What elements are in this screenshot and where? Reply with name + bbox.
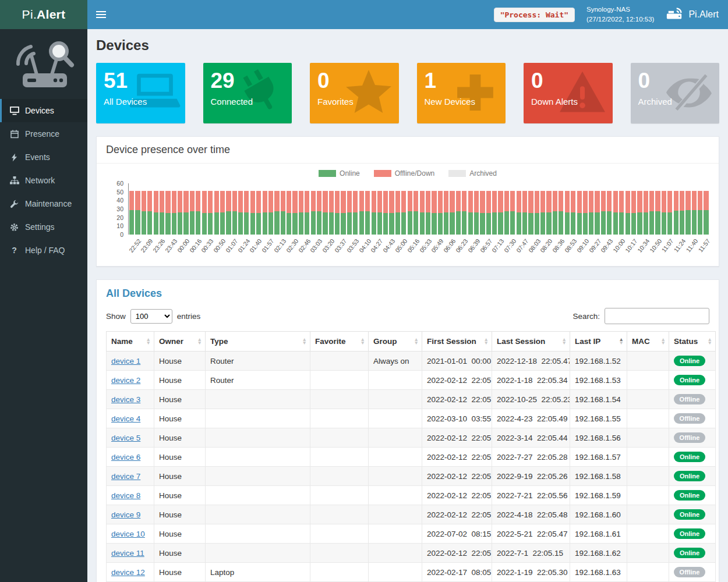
infobox-connected[interactable]: 29Connected	[203, 63, 292, 123]
infobox-value: 51	[104, 69, 178, 94]
column-header-mac[interactable]: MAC▲▼	[627, 332, 669, 352]
cell-status: Offline	[669, 428, 716, 448]
brand-link[interactable]: Pi.Alert	[666, 7, 719, 23]
nas-info: Synology-NAS (27/12/2022, 12:10:53)	[586, 5, 654, 24]
entries-select[interactable]: 100	[130, 309, 172, 324]
chart-bar	[311, 191, 316, 235]
infobox-favorites[interactable]: 0Favorites	[310, 63, 399, 123]
device-link[interactable]: device 8	[111, 491, 140, 500]
sidebar-item-label: Maintenance	[25, 199, 72, 208]
device-link[interactable]: device 11	[111, 549, 144, 558]
sidebar-item-label: Network	[25, 176, 55, 185]
cell-first-session: 2022-02-12 22:05	[422, 448, 492, 467]
column-header-favorite[interactable]: Favorite▲▼	[310, 332, 369, 352]
legend-swatch	[448, 170, 466, 177]
cell-group	[369, 486, 422, 505]
status-badge: Online	[674, 528, 705, 539]
table-controls: Show 100 entries Search:	[106, 308, 709, 324]
chart-bar	[226, 191, 231, 235]
sidebar-item-network[interactable]: Network	[0, 169, 87, 192]
column-header-group[interactable]: Group▲▼	[369, 332, 422, 352]
chart-bar	[365, 191, 370, 235]
device-link[interactable]: device 2	[111, 376, 140, 385]
infobox-down-alerts[interactable]: 0Down Alerts	[524, 63, 613, 123]
chart-bar	[238, 191, 243, 235]
legend-item-archived[interactable]: Archived	[448, 169, 497, 178]
device-link[interactable]: device 5	[111, 434, 140, 442]
y-tick-label: 40	[108, 197, 123, 204]
x-tick-label: 23:09	[139, 237, 154, 254]
infobox-new-devices[interactable]: 1New Devices	[417, 63, 506, 123]
device-link[interactable]: device 9	[111, 510, 140, 519]
column-header-first-session[interactable]: First Session▲▼	[422, 332, 492, 352]
device-link[interactable]: device 7	[111, 472, 140, 481]
column-header-status[interactable]: Status▲▼	[669, 332, 716, 352]
cell-last-session: 2022-12-18 22:05.47	[492, 352, 570, 371]
chart-bar-group	[261, 183, 274, 235]
column-header-type[interactable]: Type▲▼	[206, 332, 310, 352]
sidebar-item-help-faq[interactable]: ?Help / FAQ	[0, 239, 87, 262]
device-link[interactable]: device 6	[111, 453, 140, 462]
column-header-last-ip[interactable]: Last IP▲▼	[570, 332, 627, 352]
x-tick-label: 04:10	[357, 237, 372, 254]
sidebar-item-label: Presence	[25, 129, 59, 139]
chart-bar-group	[492, 183, 504, 235]
cell-type	[206, 486, 310, 505]
x-tick-label: 10:50	[648, 237, 663, 254]
cell-last-ip: 192.168.1.59	[570, 486, 627, 505]
chart-bar-group	[153, 183, 165, 235]
x-tick-label: 10:34	[636, 237, 651, 254]
device-link[interactable]: device 10	[111, 530, 145, 538]
x-tick-label: 10:00	[612, 237, 627, 254]
app-logo[interactable]: Pi.Alert	[0, 0, 87, 29]
device-link[interactable]: device 4	[111, 414, 140, 423]
infobox-archived[interactable]: 0Archived	[631, 63, 720, 123]
chart-bar	[214, 191, 219, 235]
column-header-owner[interactable]: Owner▲▼	[154, 332, 206, 352]
infobox-value: 0	[638, 69, 712, 94]
chart-bar	[432, 191, 436, 235]
device-link[interactable]: device 1	[111, 357, 140, 365]
cell-status: Online	[669, 486, 716, 505]
cell-type	[206, 409, 310, 428]
sidebar-item-label: Help / FAQ	[25, 246, 65, 255]
help-icon: ?	[9, 246, 19, 255]
infobox-all-devices[interactable]: 51All Devices	[96, 63, 185, 123]
search-box: Search:	[572, 308, 709, 324]
legend-item-online[interactable]: Online	[319, 169, 360, 178]
presence-chart-panel: Device presence over time OnlineOffline/…	[96, 136, 719, 267]
cell-first-session: 2022-02-12 22:05	[422, 486, 492, 505]
chart-bar	[160, 191, 164, 235]
sidebar-item-presence[interactable]: Presence	[0, 122, 87, 146]
device-link[interactable]: device 12	[111, 568, 145, 577]
sidebar-item-devices[interactable]: Devices	[0, 99, 87, 122]
chart-bar-group	[274, 183, 286, 235]
cell-mac	[627, 544, 669, 563]
status-badge: Offline	[674, 432, 705, 443]
nas-timestamp: (27/12/2022, 12:10:53)	[586, 15, 654, 24]
column-header-name[interactable]: Name▲▼	[107, 332, 154, 352]
cell-last-ip: 192.168.1.58	[570, 467, 627, 486]
sidebar-item-maintenance[interactable]: Maintenance	[0, 192, 87, 215]
x-tick-label: 02:30	[285, 237, 300, 254]
column-header-last-session[interactable]: Last Session▲▼	[492, 332, 570, 352]
search-input[interactable]	[605, 308, 709, 324]
chart-bar	[498, 191, 503, 235]
cell-name: device 6	[107, 448, 154, 467]
x-tick-label: 03:03	[309, 237, 324, 254]
cell-name: device 8	[107, 486, 154, 505]
x-tick-label: 02:46	[296, 237, 312, 254]
chart-bar	[147, 191, 152, 235]
device-link[interactable]: device 3	[111, 395, 140, 404]
sidebar-item-events[interactable]: Events	[0, 146, 87, 169]
status-badge: Offline	[674, 394, 705, 404]
y-tick-label: 10	[108, 222, 123, 229]
chart-bar-group	[588, 183, 600, 235]
sidebar-toggle-icon[interactable]	[87, 0, 114, 29]
legend-item-offline-down[interactable]: Offline/Down	[374, 169, 434, 178]
chart-bar	[698, 191, 702, 235]
cell-type: Router	[206, 371, 310, 390]
chart-bar-group	[347, 183, 359, 235]
infobox-value: 29	[211, 69, 285, 94]
sidebar-item-settings[interactable]: Settings	[0, 215, 87, 239]
